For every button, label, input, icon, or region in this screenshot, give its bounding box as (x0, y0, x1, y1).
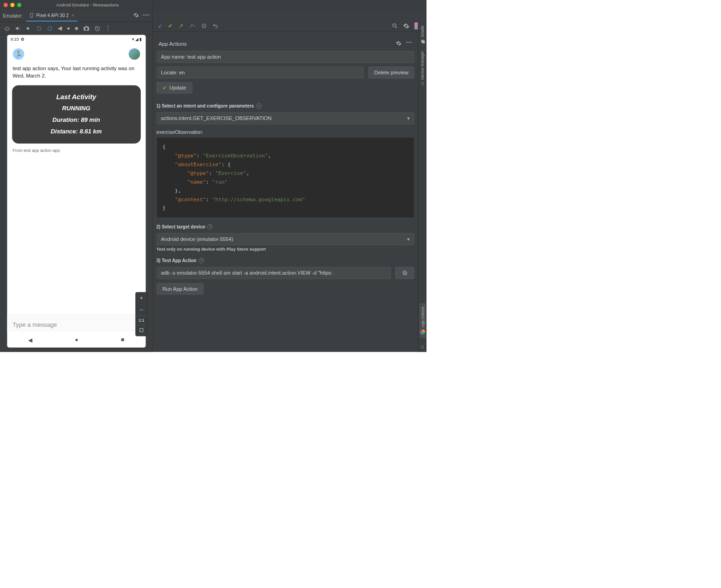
emulator-label: Emulator: (3, 13, 23, 18)
zoom-ratio-button[interactable]: 1:1 (136, 315, 147, 325)
wifi-icon: ▾ (132, 36, 134, 42)
side-tab-gradle-label: Gradle (421, 25, 425, 37)
assistant-input-placeholder: Type a message (12, 321, 57, 328)
emulator-window: Android Emulator - fitnessactions Emulat… (0, 0, 153, 352)
update-button[interactable]: ✔ Update (156, 82, 192, 94)
panel-minimize-icon[interactable]: — (406, 39, 412, 48)
step-out-icon[interactable]: ↗ (179, 23, 183, 30)
minimize-icon[interactable]: — (143, 10, 150, 18)
delete-preview-button[interactable]: Delete preview (368, 66, 415, 78)
phone-nav-home[interactable]: ● (75, 336, 78, 343)
assistant-input[interactable]: Type a message (7, 314, 145, 332)
card-duration: Duration: 89 min (15, 117, 137, 124)
zoom-controls: + – 1:1 (135, 292, 147, 336)
copy-icon (402, 270, 408, 276)
svg-point-4 (393, 24, 396, 27)
step2-label: 2) Select target device (156, 224, 205, 230)
svg-rect-6 (403, 271, 406, 274)
card-source: From test app action app (7, 146, 145, 155)
sidebar-phone-icon[interactable]: ▯ (421, 342, 424, 352)
phone-device-icon (29, 13, 34, 18)
clock-icon[interactable] (201, 23, 207, 29)
run-app-action-label: Run App Action (162, 286, 198, 292)
side-tab-gradle[interactable]: 🐘 Gradle (420, 22, 426, 48)
panel-gear-icon[interactable] (396, 41, 402, 48)
step1-label: 1) Select an intent and configure parame… (156, 103, 254, 109)
more-vert-icon[interactable]: ⋮ (105, 25, 111, 31)
zoom-fit-button[interactable] (136, 325, 147, 336)
rotate-left-icon[interactable] (36, 25, 42, 31)
nav-back-icon[interactable]: ◀ (58, 25, 62, 31)
assistant-header: 🏃 (7, 43, 145, 61)
observation-label: exerciseObservation: (156, 129, 415, 135)
side-tab-device-manager-label: Device Manager (421, 51, 425, 80)
side-tab-device-manager[interactable]: ▯ Device Manager (420, 48, 426, 90)
undo-icon[interactable] (212, 23, 218, 29)
update-button-label: Update (169, 85, 186, 90)
emulator-viewport: 9:23 ✿ ▾ ◢ ▮ 🏃 test app action says, You… (0, 35, 152, 352)
phone-status-bar: 9:23 ✿ ▾ ◢ ▮ (7, 35, 145, 43)
device-select-value: Android device (emulator-5554) (161, 236, 233, 242)
step-into-icon[interactable]: ↙ (158, 23, 162, 30)
assistant-reply-text: test app action says, Your last running … (7, 61, 145, 82)
gear-icon[interactable] (133, 12, 139, 19)
device-hint: Test only on running device with Play St… (156, 246, 415, 252)
screenshot-icon[interactable] (83, 25, 90, 31)
zoom-in-button[interactable]: + (136, 293, 147, 304)
side-tab-app-actions-label: App Actions (421, 306, 425, 327)
locale-field[interactable]: Locale: en (156, 66, 364, 78)
step3-label: 3) Test App Action (156, 258, 197, 264)
window-traffic-lights[interactable] (4, 3, 21, 7)
volume-up-icon[interactable] (15, 25, 20, 31)
snapshot-history-icon[interactable] (95, 25, 100, 31)
panel-title: App Actions (158, 41, 186, 47)
chevron-down-icon: ▾ (407, 115, 410, 121)
help-icon[interactable]: ? (198, 258, 204, 264)
help-icon[interactable]: ? (256, 103, 262, 109)
nav-overview-icon[interactable]: ■ (75, 25, 78, 31)
avatar[interactable] (128, 48, 140, 60)
gradle-icon: 🐘 (420, 39, 425, 44)
observation-json-editor[interactable]: { "@type": "ExerciseObservation", "about… (156, 137, 415, 218)
side-tab-app-actions[interactable]: App Actions (419, 303, 426, 338)
adb-command-field[interactable]: adb -s emulator-5554 shell am start -a a… (156, 267, 391, 279)
search-icon[interactable] (392, 23, 398, 29)
signal-icon: ◢ (135, 36, 138, 42)
card-activity: RUNNING (15, 105, 137, 112)
zoom-out-button[interactable]: – (136, 304, 147, 315)
ide-area: ↙ ✔ ↗ ↗+ 🐘 Gradle ▯ Device Manager (153, 0, 427, 352)
ide-titlebar-spacer (153, 0, 427, 10)
app-actions-panel: App Actions — App name: test app action … (156, 39, 415, 352)
phone-nav-back[interactable]: ◀ (28, 336, 32, 343)
svg-point-1 (31, 17, 32, 17)
phone-nav-overview[interactable]: ■ (121, 336, 124, 343)
phone-screen[interactable]: 9:23 ✿ ▾ ◢ ▮ 🏃 test app action says, You… (7, 35, 145, 348)
apply-icon[interactable]: ✔ (168, 23, 173, 30)
power-icon[interactable] (4, 25, 10, 31)
assistant-dot-icon (420, 330, 425, 335)
intent-select-value: actions.intent.GET_EXERCISE_OBSERVATION (161, 115, 272, 121)
status-gear-icon: ✿ (21, 36, 24, 42)
emulator-device-tab-label: Pixel 4 API 30 2 (36, 12, 69, 18)
delete-preview-label: Delete preview (374, 70, 409, 75)
emulator-window-title: Android Emulator - fitnessactions (26, 2, 149, 7)
intent-select[interactable]: actions.intent.GET_EXERCISE_OBSERVATION … (156, 112, 415, 124)
ide-toolbar: ↙ ✔ ↗ ↗+ (153, 20, 427, 32)
help-icon[interactable]: ? (207, 224, 213, 230)
copy-button[interactable] (395, 267, 415, 279)
step-composite-icon[interactable]: ↗+ (189, 23, 196, 30)
emulator-toolbar: ◀ ● ■ ⋮ (0, 22, 152, 35)
volume-down-icon[interactable] (25, 25, 31, 31)
emulator-device-tab[interactable]: Pixel 4 API 30 2 × (26, 10, 78, 22)
rotate-right-icon[interactable] (47, 25, 53, 31)
settings-gear-icon[interactable] (403, 23, 409, 29)
nav-home-icon[interactable]: ● (67, 25, 70, 31)
emulator-titlebar: Android Emulator - fitnessactions (0, 0, 152, 10)
check-circle-icon: ✔ (162, 85, 167, 90)
close-icon[interactable]: × (71, 12, 75, 18)
phone-small-icon: ▯ (420, 82, 425, 86)
device-select[interactable]: Android device (emulator-5554) ▾ (156, 233, 415, 245)
run-app-action-button[interactable]: Run App Action (156, 283, 204, 295)
app-name-field[interactable]: App name: test app action (156, 51, 415, 63)
card-title: Last Activity (15, 93, 137, 101)
